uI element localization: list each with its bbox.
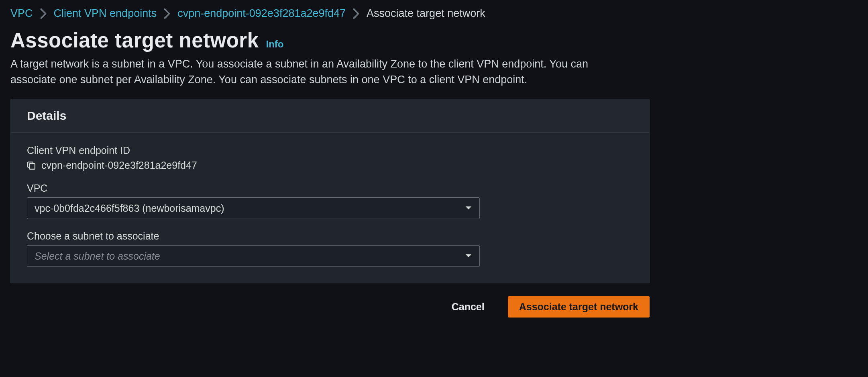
subnet-select-placeholder: Select a subnet to associate bbox=[35, 250, 160, 262]
chevron-right-icon bbox=[164, 8, 170, 19]
page-title: Associate target network bbox=[10, 29, 259, 52]
subnet-label: Choose a subnet to associate bbox=[27, 230, 633, 242]
caret-down-icon bbox=[465, 205, 472, 211]
breadcrumb: VPC Client VPN endpoints cvpn-endpoint-0… bbox=[10, 7, 858, 20]
panel-header-title: Details bbox=[27, 109, 633, 123]
panel-body: Client VPN endpoint ID cvpn-endpoint-092… bbox=[11, 133, 649, 283]
actions-row: Cancel Associate target network bbox=[10, 296, 650, 318]
subnet-select[interactable]: Select a subnet to associate bbox=[27, 245, 480, 267]
breadcrumb-link-vpc[interactable]: VPC bbox=[10, 7, 33, 20]
panel-header: Details bbox=[11, 99, 649, 133]
endpoint-id-label: Client VPN endpoint ID bbox=[27, 145, 633, 156]
field-vpc: VPC vpc-0b0fda2c466f5f863 (newborisamavp… bbox=[27, 182, 633, 219]
cancel-button[interactable]: Cancel bbox=[440, 296, 496, 318]
field-subnet: Choose a subnet to associate Select a su… bbox=[27, 230, 633, 267]
caret-down-icon bbox=[465, 253, 472, 259]
vpc-label: VPC bbox=[27, 182, 633, 194]
breadcrumb-link-endpoint-id[interactable]: cvpn-endpoint-092e3f281a2e9fd47 bbox=[177, 7, 346, 20]
associate-target-network-button[interactable]: Associate target network bbox=[508, 296, 650, 318]
endpoint-id-value: cvpn-endpoint-092e3f281a2e9fd47 bbox=[41, 160, 197, 171]
endpoint-id-value-row: cvpn-endpoint-092e3f281a2e9fd47 bbox=[27, 160, 633, 171]
vpc-select-value: vpc-0b0fda2c466f5f863 (newborisamavpc) bbox=[35, 203, 224, 214]
info-link[interactable]: Info bbox=[266, 39, 284, 50]
svg-rect-0 bbox=[29, 164, 35, 169]
breadcrumb-link-client-vpn-endpoints[interactable]: Client VPN endpoints bbox=[54, 7, 157, 20]
field-endpoint-id: Client VPN endpoint ID cvpn-endpoint-092… bbox=[27, 145, 633, 171]
copy-icon[interactable] bbox=[27, 161, 36, 170]
page-title-row: Associate target network Info bbox=[10, 29, 858, 52]
breadcrumb-current: Associate target network bbox=[367, 7, 485, 20]
chevron-right-icon bbox=[40, 8, 47, 19]
page-description: A target network is a subnet in a VPC. Y… bbox=[10, 56, 637, 88]
details-panel: Details Client VPN endpoint ID cvpn-endp… bbox=[10, 99, 650, 283]
chevron-right-icon bbox=[353, 8, 359, 19]
vpc-select[interactable]: vpc-0b0fda2c466f5f863 (newborisamavpc) bbox=[27, 197, 480, 219]
